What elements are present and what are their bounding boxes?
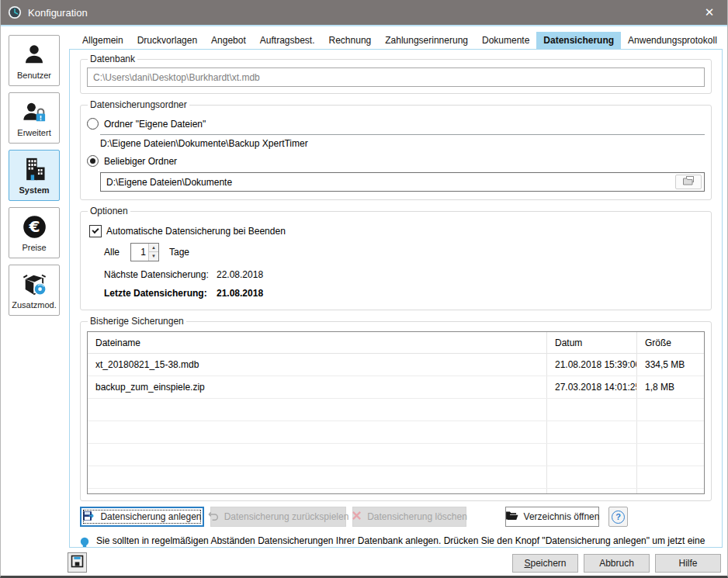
tab-anwendungsprotokoll[interactable]: Anwendungsprotokoll (621, 32, 724, 50)
cell-dateiname: xt_20180821_15-38.mdb (88, 354, 547, 376)
tab-druckvorlagen[interactable]: Druckvorlagen (130, 32, 204, 50)
tab-zahlungserinnerung[interactable]: Zahlungserinnerung (378, 32, 475, 50)
beliebiger-ordner-field[interactable] (100, 172, 705, 192)
info-hint: Sie sollten in regelmäßigen Abständen Da… (80, 535, 712, 548)
open-folder-icon (505, 511, 518, 523)
group-bisherige-sicherungen-label: Bisherige Sicherungen (88, 316, 186, 327)
last-backup-row: Letzte Datensicherung: 21.08.2018 (104, 285, 705, 301)
column-datum[interactable]: Datum (547, 332, 637, 353)
table-row-empty (88, 399, 704, 421)
create-backup-label: Datensicherung anlegen (100, 511, 201, 522)
user-icon (23, 41, 46, 67)
datenbank-path-field[interactable] (87, 67, 705, 87)
radio-beliebiger-ordner[interactable]: Beliebiger Ordner (87, 153, 705, 169)
backup-table[interactable]: Dateiname Datum Größe xt_20180821_15-38.… (87, 331, 705, 494)
tab-angebot[interactable]: Angebot (204, 32, 253, 50)
cell-groesse: 1,8 MB (637, 376, 704, 398)
save-button[interactable]: Speichern (512, 554, 578, 573)
user-lock-icon (22, 99, 47, 125)
interval-spinner[interactable]: 1 ▲ ▼ (130, 243, 159, 261)
table-row-empty (88, 421, 704, 444)
cell-datum: 21.08.2018 15:39:00 (547, 354, 637, 376)
window-title: Konfiguration (28, 7, 88, 19)
create-backup-icon (82, 510, 95, 524)
last-backup-value: 21.08.2018 (217, 288, 263, 299)
column-groesse[interactable]: Größe (637, 332, 704, 353)
cancel-button[interactable]: Abbruch (584, 554, 650, 573)
cell-datum: 27.03.2018 14:01:25 (547, 376, 637, 398)
sidebar-item-label: Erweitert (17, 128, 50, 137)
sidebar-item-benutzer[interactable]: Benutzer (9, 35, 60, 86)
radio-beliebiger-ordner-label: Beliebiger Ordner (104, 156, 177, 167)
auto-backup-row[interactable]: Automatische Datensicherung bei Beenden (89, 223, 705, 239)
table-row[interactable]: xt_20180821_15-38.mdb 21.08.2018 15:39:0… (88, 354, 704, 376)
quick-save-button[interactable] (68, 552, 87, 573)
close-button[interactable]: ✕ (692, 0, 727, 25)
beliebiger-ordner-field-wrap (100, 172, 705, 192)
sidebar: Benutzer Erweitert System € Preise Zusat… (9, 35, 60, 322)
group-optionen: Optionen Automatische Datensicherung bei… (80, 206, 712, 310)
sidebar-item-label: System (19, 185, 49, 195)
titlebar[interactable]: Konfiguration ✕ (1, 0, 727, 25)
app-clock-icon (8, 5, 22, 19)
addon-box-icon (22, 271, 47, 297)
footer-button-row: Speichern Abbruch Hilfe (512, 554, 721, 573)
help-footer-button[interactable]: Hilfe (655, 554, 721, 573)
folder-copy-icon (682, 175, 695, 189)
table-row-empty (88, 444, 704, 466)
group-datenbank-label: Datenbank (88, 54, 137, 64)
group-datenbank: Datenbank (80, 54, 712, 94)
table-header: Dateiname Datum Größe (88, 332, 704, 354)
group-datensicherungsordner: Datensicherungsordner Ordner "Eigene Dat… (80, 99, 712, 200)
auto-backup-checkbox[interactable] (89, 225, 102, 237)
next-backup-label: Nächste Datensicherung: (104, 269, 217, 280)
sidebar-item-erweitert[interactable]: Erweitert (9, 92, 60, 144)
alle-label: Alle (104, 247, 120, 258)
tab-allgemein[interactable]: Allgemein (75, 32, 130, 50)
floppy-icon (71, 555, 84, 570)
sidebar-item-system[interactable]: System (9, 150, 60, 201)
column-dateiname[interactable]: Dateiname (88, 332, 547, 353)
help-button[interactable]: ? (608, 507, 628, 527)
tab-bar: Allgemein Druckvorlagen Angebot Auftrags… (75, 32, 724, 49)
open-directory-button[interactable]: Verzeichnis öffnen (505, 507, 599, 527)
delete-backup-button[interactable]: Datensicherung löschen (352, 507, 466, 527)
radio-eigene-dateien[interactable]: Ordner "Eigene Dateien" (87, 116, 705, 132)
spin-down-button[interactable]: ▼ (149, 252, 158, 261)
cancel-button-label: Abbruch (599, 558, 634, 569)
tab-datensicherung[interactable]: Datensicherung (536, 32, 621, 50)
cell-groesse: 334,5 MB (637, 354, 704, 376)
tab-rechnung[interactable]: Rechnung (322, 32, 379, 50)
interval-value[interactable]: 1 (131, 244, 148, 261)
next-backup-row: Nächste Datensicherung: 22.08.2018 (104, 266, 705, 282)
sidebar-item-preise[interactable]: € Preise (9, 207, 60, 258)
tab-auftragsbest[interactable]: Auftragsbest. (253, 32, 322, 50)
restore-undo-icon (208, 511, 219, 524)
building-icon (22, 156, 47, 182)
table-row[interactable]: backup_zum_einspiele.zip 27.03.2018 14:0… (88, 376, 704, 399)
radio-beliebiger-ordner-circle[interactable] (87, 155, 99, 167)
create-backup-button[interactable]: Datensicherung anlegen (80, 507, 204, 527)
sidebar-item-label: Benutzer (17, 71, 51, 80)
open-directory-label: Verzeichnis öffnen (524, 511, 600, 522)
spin-buttons: ▲ ▼ (148, 244, 158, 261)
save-button-label: Speichern (524, 558, 566, 569)
next-backup-value: 22.08.2018 (217, 269, 263, 280)
auto-backup-label: Automatische Datensicherung bei Beenden (106, 226, 286, 237)
group-bisherige-sicherungen: Bisherige Sicherungen Dateiname Datum Gr… (80, 316, 712, 501)
browse-folder-button[interactable] (675, 175, 702, 189)
restore-backup-button[interactable]: Datensicherung zurückspielen (210, 507, 346, 527)
radio-eigene-dateien-circle[interactable] (87, 118, 99, 130)
info-text: Sie sollten in regelmäßigen Abständen Da… (96, 535, 712, 548)
tab-dokumente[interactable]: Dokumente (475, 32, 536, 50)
last-backup-label: Letzte Datensicherung: (104, 288, 217, 299)
group-datensicherungsordner-label: Datensicherungsordner (88, 99, 189, 110)
lightbulb-icon (80, 537, 89, 548)
checkmark-icon (92, 226, 99, 233)
svg-text:€: € (28, 217, 40, 236)
table-row-empty (88, 489, 704, 494)
content-panel: Datenbank Datensicherungsordner Ordner "… (69, 49, 723, 548)
sidebar-item-zusatzmod[interactable]: Zusatzmod. (9, 265, 60, 316)
spin-up-button[interactable]: ▲ (149, 244, 158, 253)
sidebar-item-label: Preise (22, 243, 46, 252)
